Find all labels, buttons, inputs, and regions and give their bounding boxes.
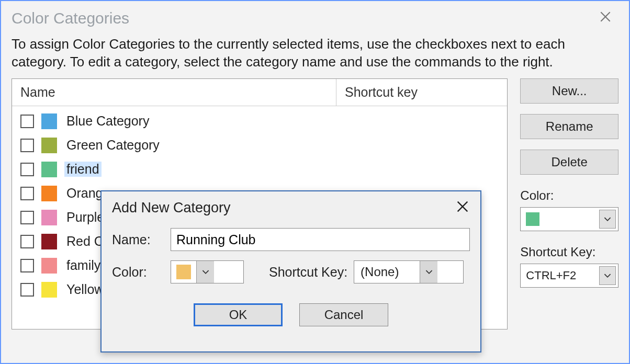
shortcut-key-value: CTRL+F2 — [526, 269, 576, 282]
cancel-button[interactable]: Cancel — [299, 303, 388, 326]
list-header: Name Shortcut key — [12, 79, 507, 106]
window-title: Color Categories — [12, 9, 129, 27]
color-swatch-icon — [41, 258, 57, 274]
color-swatch-icon — [176, 265, 191, 279]
category-checkbox[interactable] — [20, 211, 34, 224]
close-icon[interactable] — [455, 197, 470, 219]
category-checkbox[interactable] — [20, 259, 34, 272]
delete-button[interactable]: Delete — [520, 150, 618, 175]
category-label[interactable]: Green Category — [64, 138, 162, 153]
add-new-category-dialog: Add New Category Name: Color: Shortcut K — [100, 190, 481, 352]
category-label[interactable]: Yellow — [64, 282, 106, 297]
name-input[interactable] — [171, 228, 470, 251]
shortcut-key-dropdown[interactable]: (None) — [354, 260, 464, 283]
category-row[interactable]: Green Category — [20, 133, 499, 157]
color-categories-window: Color Categories To assign Color Categor… — [0, 0, 630, 364]
category-row[interactable]: Blue Category — [20, 109, 499, 133]
column-header-name[interactable]: Name — [12, 79, 336, 106]
category-label[interactable]: Red C — [64, 234, 106, 249]
shortcut-key-field-label: Shortcut Key: — [269, 265, 347, 280]
category-label[interactable]: family — [64, 258, 103, 273]
category-row[interactable]: friend — [20, 157, 499, 181]
color-swatch-icon — [41, 113, 57, 129]
category-checkbox[interactable] — [20, 139, 34, 152]
chevron-down-icon — [420, 261, 437, 283]
shortcut-key-dropdown[interactable]: CTRL+F2 — [520, 264, 618, 288]
instructions-text: To assign Color Categories to the curren… — [1, 32, 629, 78]
chevron-down-icon — [196, 261, 214, 283]
chevron-down-icon — [599, 266, 616, 285]
name-field-label: Name: — [112, 232, 164, 247]
close-icon[interactable] — [592, 9, 618, 27]
category-checkbox[interactable] — [20, 235, 34, 248]
category-checkbox[interactable] — [20, 283, 34, 297]
color-swatch-icon — [41, 210, 57, 225]
category-label[interactable]: friend — [64, 162, 102, 177]
category-checkbox[interactable] — [20, 187, 34, 200]
dialog-title: Add New Category — [112, 200, 231, 216]
color-dropdown[interactable] — [171, 260, 244, 283]
ok-button[interactable]: OK — [194, 303, 283, 326]
titlebar: Color Categories — [1, 1, 629, 32]
category-checkbox[interactable] — [20, 163, 34, 176]
shortcut-key-value: (None) — [361, 265, 399, 279]
color-dropdown[interactable] — [520, 207, 618, 231]
column-header-shortcut[interactable]: Shortcut key — [336, 85, 418, 100]
color-swatch-icon — [41, 234, 57, 249]
chevron-down-icon — [599, 210, 616, 229]
color-swatch-icon — [41, 282, 57, 298]
sidebar: New... Rename Delete Color: Shortcut Key… — [520, 78, 618, 329]
category-label[interactable]: Orang — [64, 186, 105, 201]
color-swatch-icon — [526, 212, 539, 226]
rename-button[interactable]: Rename — [520, 114, 618, 139]
category-label[interactable]: Blue Category — [64, 113, 151, 129]
color-swatch-icon — [41, 162, 57, 177]
new-button[interactable]: New... — [520, 78, 618, 104]
color-swatch-icon — [41, 186, 57, 201]
color-field-label: Color: — [112, 265, 164, 280]
category-checkbox[interactable] — [20, 115, 34, 128]
color-label: Color: — [520, 188, 618, 203]
color-swatch-icon — [41, 138, 57, 153]
shortcut-key-label: Shortcut Key: — [520, 245, 618, 259]
